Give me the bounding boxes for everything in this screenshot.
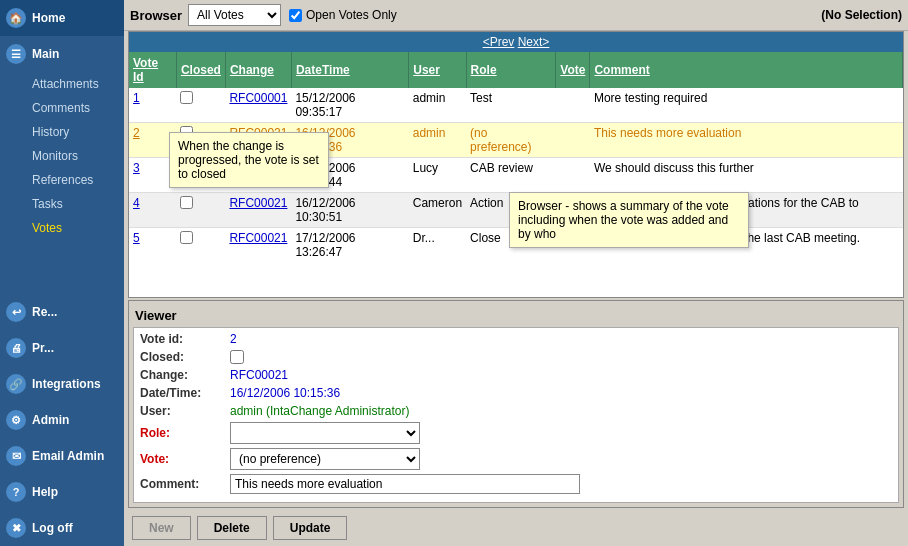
email-admin-icon: ✉ [6,446,26,466]
main-content: Browser All Votes My Votes Open Votes Op… [124,0,908,546]
sidebar-item-references[interactable]: References [0,168,124,192]
sidebar-item-attachments[interactable]: Attachments [0,72,124,96]
update-button[interactable]: Update [273,516,348,540]
datetime-value: 16/12/2006 10:15:36 [230,386,340,400]
cell-user: Dr... [409,228,466,258]
integrations-icon: 🔗 [6,374,26,394]
col-voteid[interactable]: Vote Id [129,52,176,88]
sidebar-item-home[interactable]: 🏠 Home [0,0,124,36]
col-user[interactable]: User [409,52,466,88]
sidebar-item-help[interactable]: ? Help [0,474,124,510]
sidebar-home-label: Home [32,11,65,25]
sidebar-item-logoff[interactable]: ✖ Log off [0,510,124,546]
sidebar-item-pr[interactable]: 🖨 Pr... [0,330,124,366]
open-votes-checkbox[interactable] [289,9,302,22]
row-role: Role: CAB review Action Close [140,422,892,444]
sidebar-item-votes[interactable]: Votes [0,216,124,240]
help-icon: ? [6,482,26,502]
vote-select[interactable]: (no preference) Approve Reject [230,448,420,470]
sidebar-sub-items: Attachments Comments History Monitors Re… [0,72,124,240]
browser-dropdown[interactable]: All Votes My Votes Open Votes [188,4,281,26]
cell-closed[interactable] [176,88,225,123]
browser-section: <Prev Next> Vote Id Closed Change DateTi… [128,31,904,298]
cell-user: Lucy [409,158,466,193]
browser-nav[interactable]: <Prev Next> [129,32,903,52]
sidebar-main-label: Main [32,47,59,61]
row-voteid: Vote id: 2 [140,332,892,346]
cell-vote [556,158,590,193]
viewer-section: Viewer Vote id: 2 Closed: Change: RFC000… [128,300,904,508]
cell-closed[interactable] [176,193,225,228]
sidebar-item-integrations[interactable]: 🔗 Integrations [0,366,124,402]
sidebar: 🏠 Home ☰ Main Attachments Comments Histo… [0,0,124,546]
cell-comment: More testing required [590,88,903,123]
next-link[interactable]: Next> [518,35,550,49]
prev-link[interactable]: <Prev [483,35,515,49]
browser-label: Browser [130,8,182,23]
row-datetime: Date/Time: 16/12/2006 10:15:36 [140,386,892,400]
closed-label: Closed: [140,350,230,364]
cell-role: Test [466,88,556,123]
sidebar-admin-label: Admin [32,413,69,427]
tooltip-closed: When the change is progressed, the vote … [169,132,329,188]
datetime-label: Date/Time: [140,386,230,400]
cell-datetime: 17/12/2006 13:26:47 [291,228,408,258]
user-value: admin (IntaChange Administrator) [230,404,409,418]
tooltip-browser-text: Browser - shows a summary of the vote in… [518,199,729,241]
closed-checkbox[interactable] [230,350,244,364]
home-icon: 🏠 [6,8,26,28]
sidebar-item-email-admin[interactable]: ✉ Email Admin [0,438,124,474]
delete-button[interactable]: Delete [197,516,267,540]
cell-id: 1 [129,88,176,123]
logoff-icon: ✖ [6,518,26,538]
sidebar-item-re[interactable]: ↩ Re... [0,294,124,330]
cell-closed[interactable] [176,228,225,258]
sidebar-integrations-label: Integrations [32,377,101,391]
table-row[interactable]: 1 RFC00001 15/12/2006 09:35:17 admin Tes… [129,88,903,123]
sidebar-item-history[interactable]: History [0,120,124,144]
row-user: User: admin (IntaChange Administrator) [140,404,892,418]
comment-input[interactable] [230,474,580,494]
sidebar-item-tasks[interactable]: Tasks [0,192,124,216]
viewer-form: Vote id: 2 Closed: Change: RFC00021 Date… [133,327,899,503]
sidebar-email-admin-label: Email Admin [32,449,104,463]
col-datetime[interactable]: DateTime [291,52,408,88]
row-comment: Comment: [140,474,892,494]
sidebar-pr-label: Pr... [32,341,54,355]
col-role[interactable]: Role [466,52,556,88]
sidebar-item-main[interactable]: ☰ Main [0,36,124,72]
viewer-title: Viewer [129,305,903,327]
cell-comment: We should discuss this further [590,158,903,193]
cell-change[interactable]: RFC00021 [225,228,291,258]
cell-comment: This needs more evaluation [590,123,903,158]
row-closed: Closed: [140,350,892,364]
new-button[interactable]: New [132,516,191,540]
sidebar-item-comments[interactable]: Comments [0,96,124,120]
browser-toolbar: Browser All Votes My Votes Open Votes Op… [124,0,908,31]
sidebar-item-monitors[interactable]: Monitors [0,144,124,168]
admin-icon: ⚙ [6,410,26,430]
tooltip-browser: Browser - shows a summary of the vote in… [509,192,749,248]
col-vote[interactable]: Vote [556,52,590,88]
row-change: Change: RFC00021 [140,368,892,382]
comment-label: Comment: [140,477,230,491]
user-label: User: [140,404,230,418]
sidebar-re-label: Re... [32,305,57,319]
col-closed[interactable]: Closed [176,52,225,88]
cell-user: admin [409,123,466,158]
cell-vote [556,88,590,123]
cell-id: 5 [129,228,176,258]
cell-change[interactable]: RFC00021 [225,193,291,228]
col-comment[interactable]: Comment [590,52,903,88]
col-change[interactable]: Change [225,52,291,88]
sidebar-help-label: Help [32,485,58,499]
pr-icon: 🖨 [6,338,26,358]
cell-change[interactable]: RFC00001 [225,88,291,123]
main-icon: ☰ [6,44,26,64]
voteid-value: 2 [230,332,237,346]
no-selection: (No Selection) [821,8,902,22]
open-votes-checkbox-label[interactable]: Open Votes Only [289,8,397,22]
sidebar-item-admin[interactable]: ⚙ Admin [0,402,124,438]
re-icon: ↩ [6,302,26,322]
role-select[interactable]: CAB review Action Close [230,422,420,444]
